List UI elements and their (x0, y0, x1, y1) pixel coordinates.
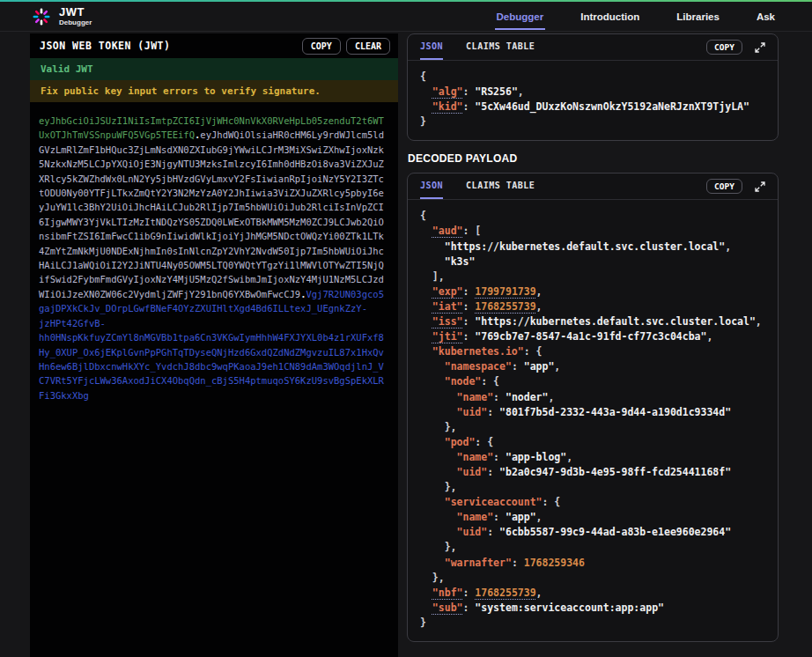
tab-claims-table-header[interactable]: CLAIMS TABLE (466, 34, 535, 60)
valid-jwt-banner: Valid JWT (30, 58, 398, 80)
decoded-column: JSON CLAIMS TABLE COPY { "alg": "RS256",… (407, 33, 779, 642)
signature-warning-banner: Fix public key input errors to verify si… (30, 80, 398, 102)
copy-token-button[interactable]: COPY (302, 38, 341, 55)
clear-token-button[interactable]: CLEAR (346, 38, 390, 55)
jwt-debugger-page: JWT Debugger Debugger Introduction Libra… (0, 0, 812, 657)
expand-decoded-payload-icon[interactable] (753, 180, 767, 194)
token-signature-segment: Vgj7R2UN03gco5gajDPXkCkJv_DOrpLGwfBNeF4O… (39, 289, 384, 401)
nav-item-ask[interactable]: Ask (755, 4, 777, 30)
decoded-payload-panel: JSON CLAIMS TABLE COPY { "aud": [ "https… (407, 173, 779, 642)
tab-json-payload[interactable]: JSON (420, 173, 443, 199)
jwt-token-input[interactable]: eyJhbGciOiJSUzI1NiIsImtpZCI6IjVjWHc0NnVk… (30, 102, 398, 414)
jwt-logo-icon (32, 7, 51, 26)
nav-item-debugger[interactable]: Debugger (495, 4, 546, 30)
encoded-token-title: JSON WEB TOKEN (JWT) (40, 40, 170, 52)
brand-text: JWT Debugger (59, 6, 92, 26)
encoded-token-panel: JSON WEB TOKEN (JWT) COPY CLEAR Valid JW… (30, 33, 398, 657)
encoded-token-panel-header: JSON WEB TOKEN (JWT) COPY CLEAR (30, 33, 398, 58)
copy-decoded-header-button[interactable]: COPY (706, 40, 742, 55)
decoded-payload-tabs: JSON CLAIMS TABLE COPY (408, 173, 778, 200)
nav-item-introduction[interactable]: Introduction (579, 4, 641, 30)
decoded-payload-json-view: { "aud": [ "https://kubernetes.default.s… (408, 200, 778, 641)
nav-item-libraries[interactable]: Libraries (675, 4, 721, 30)
brand: JWT Debugger (32, 6, 92, 26)
app-header: JWT Debugger Debugger Introduction Libra… (0, 2, 812, 32)
decoded-header-panel: JSON CLAIMS TABLE COPY { "alg": "RS256",… (407, 33, 779, 141)
decoded-header-tabs: JSON CLAIMS TABLE COPY (408, 34, 778, 61)
brand-title: JWT (59, 6, 92, 18)
expand-decoded-header-icon[interactable] (753, 41, 767, 55)
decoded-header-json-view: { "alg": "RS256", "kid": "5cXw46ud_DUxzK… (408, 61, 778, 140)
copy-decoded-payload-button[interactable]: COPY (706, 179, 742, 194)
brand-subtitle: Debugger (59, 19, 92, 26)
tab-json-header[interactable]: JSON (420, 34, 443, 60)
decoded-payload-label: DECODED PAYLOAD (408, 152, 779, 165)
tab-claims-table-payload[interactable]: CLAIMS TABLE (466, 173, 535, 199)
main-nav: Debugger Introduction Libraries Ask (495, 4, 777, 30)
token-payload-segment: eyJhdWQiOlsiaHR0cHM6Ly9rdWJlcm5ldGVzLmRl… (39, 129, 384, 299)
